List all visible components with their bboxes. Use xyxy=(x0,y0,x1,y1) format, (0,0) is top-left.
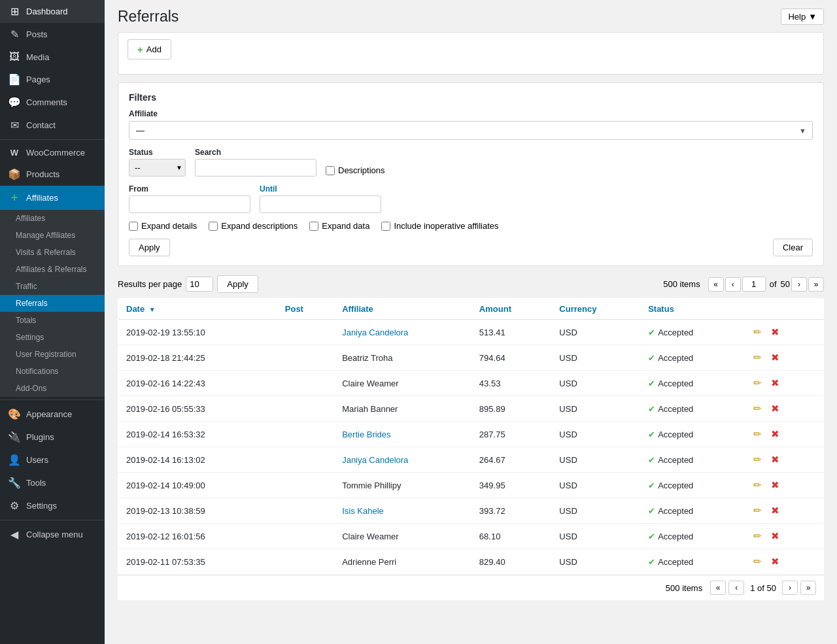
sidebar-item-affiliates-referrals[interactable]: Affiliates & Referrals xyxy=(0,261,105,278)
delete-button[interactable]: ✖ xyxy=(768,478,783,492)
sidebar-item-woocommerce[interactable]: W WooCommerce xyxy=(0,143,105,163)
check-icon: ✔ xyxy=(648,455,655,465)
first-page-button[interactable]: « xyxy=(708,277,724,292)
descriptions-group: Descriptions xyxy=(326,165,385,177)
expand-data-checkbox[interactable] xyxy=(309,222,318,231)
delete-button[interactable]: ✖ xyxy=(768,554,783,569)
sidebar-item-totals[interactable]: Totals xyxy=(0,312,105,329)
sidebar-item-traffic[interactable]: Traffic xyxy=(0,278,105,295)
col-post[interactable]: Post xyxy=(277,299,334,320)
filter-apply-button[interactable]: Apply xyxy=(129,239,170,256)
search-group: Search xyxy=(195,148,316,177)
sidebar-item-add-ons[interactable]: Add-Ons xyxy=(0,380,105,397)
include-inoperative-checkbox[interactable] xyxy=(381,222,390,231)
sidebar-item-products[interactable]: 📦 Products xyxy=(0,163,105,186)
filter-clear-button[interactable]: Clear xyxy=(773,239,813,256)
cell-date: 2019-02-11 07:53:35 xyxy=(118,549,277,575)
cell-amount: 393.72 xyxy=(471,498,551,524)
prev-page-button[interactable]: ‹ xyxy=(725,277,741,292)
status-select[interactable]: -- Accepted Pending Rejected xyxy=(129,159,186,177)
sidebar-item-user-registration[interactable]: User Registration xyxy=(0,346,105,363)
sidebar-item-comments[interactable]: 💬 Comments xyxy=(0,91,105,114)
bottom-first-page-button[interactable]: « xyxy=(710,581,726,595)
results-apply-button[interactable]: Apply xyxy=(217,275,258,293)
edit-button[interactable]: ✏ xyxy=(750,427,765,441)
edit-button[interactable]: ✏ xyxy=(750,401,765,416)
col-amount[interactable]: Amount xyxy=(471,299,551,320)
sidebar-item-collapse[interactable]: ◀ Collapse menu xyxy=(0,523,105,546)
col-status[interactable]: Status xyxy=(640,299,742,320)
expand-descriptions-checkbox[interactable] xyxy=(209,222,218,231)
cell-actions: ✏ ✖ xyxy=(742,422,823,447)
divider-3 xyxy=(0,520,105,520)
affiliate-select[interactable]: — xyxy=(129,121,813,140)
edit-button[interactable]: ✏ xyxy=(750,325,765,339)
delete-button[interactable]: ✖ xyxy=(768,529,783,543)
cell-amount: 794.64 xyxy=(471,345,551,371)
delete-button[interactable]: ✖ xyxy=(768,452,783,467)
cell-date: 2019-02-16 05:55:33 xyxy=(118,396,277,422)
cell-affiliate: Janiya Candelora xyxy=(334,320,471,345)
bottom-next-page-button[interactable]: › xyxy=(782,581,798,595)
expand-data-label: Expand data xyxy=(309,221,369,231)
help-button[interactable]: Help ▼ xyxy=(781,8,824,25)
affiliate-link[interactable]: Bertie Brides xyxy=(342,430,390,439)
sidebar-item-visits-referrals[interactable]: Visits & Referrals xyxy=(0,244,105,261)
until-input[interactable] xyxy=(260,195,381,213)
sidebar-item-appearance[interactable]: 🎨 Appearance xyxy=(0,403,105,426)
search-input[interactable] xyxy=(195,159,316,177)
sidebar-item-referrals[interactable]: Referrals xyxy=(0,295,105,312)
delete-button[interactable]: ✖ xyxy=(768,503,783,518)
affiliate-link[interactable]: Isis Kahele xyxy=(342,506,384,516)
sidebar-item-notifications[interactable]: Notifications xyxy=(0,363,105,380)
edit-button[interactable]: ✏ xyxy=(750,350,765,365)
delete-button[interactable]: ✖ xyxy=(768,325,783,339)
sidebar-item-media[interactable]: 🖼 Media xyxy=(0,46,105,68)
edit-button[interactable]: ✏ xyxy=(750,452,765,467)
sidebar-item-settings-sub[interactable]: Settings xyxy=(0,329,105,346)
bottom-prev-page-button[interactable]: ‹ xyxy=(728,581,744,595)
edit-button[interactable]: ✏ xyxy=(750,503,765,518)
sidebar-item-dashboard[interactable]: ⊞ Dashboard xyxy=(0,0,105,23)
sidebar-item-users[interactable]: 👤 Users xyxy=(0,449,105,471)
sidebar-item-plugins[interactable]: 🔌 Plugins xyxy=(0,426,105,449)
descriptions-checkbox[interactable] xyxy=(326,166,335,175)
results-per-page: Results per page Apply xyxy=(118,275,258,293)
plugins-icon: 🔌 xyxy=(8,431,21,443)
edit-button[interactable]: ✏ xyxy=(750,554,765,569)
sidebar-item-affiliates[interactable]: + Affiliates xyxy=(0,186,105,210)
sidebar-item-settings[interactable]: ⚙ Settings xyxy=(0,494,105,517)
affiliates-icon: + xyxy=(8,191,21,205)
bottom-last-page-button[interactable]: » xyxy=(800,581,816,595)
col-currency[interactable]: Currency xyxy=(551,299,640,320)
edit-button[interactable]: ✏ xyxy=(750,376,765,390)
affiliate-link[interactable]: Janiya Candelora xyxy=(342,455,408,465)
results-per-page-input[interactable] xyxy=(186,277,213,292)
delete-button[interactable]: ✖ xyxy=(768,350,783,365)
from-input[interactable] xyxy=(129,195,250,213)
add-button[interactable]: + Add xyxy=(128,39,171,59)
sidebar-item-manage-affiliates[interactable]: Manage Affiliates xyxy=(0,227,105,244)
sidebar-item-tools[interactable]: 🔧 Tools xyxy=(0,471,105,494)
edit-button[interactable]: ✏ xyxy=(750,478,765,492)
affiliate-link[interactable]: Janiya Candelora xyxy=(342,328,408,337)
cell-amount: 895.89 xyxy=(471,396,551,422)
edit-button[interactable]: ✏ xyxy=(750,529,765,543)
filter-row-dates: From Until xyxy=(129,184,813,213)
sidebar-item-contact[interactable]: ✉ Contact xyxy=(0,114,105,137)
delete-button[interactable]: ✖ xyxy=(768,427,783,441)
page-input[interactable] xyxy=(742,277,766,292)
sidebar-item-posts[interactable]: ✎ Posts xyxy=(0,23,105,46)
check-icon: ✔ xyxy=(648,532,655,541)
sidebar-item-pages[interactable]: 📄 Pages xyxy=(0,68,105,91)
sort-arrow-icon: ▼ xyxy=(149,306,156,313)
sidebar-item-affiliates-sub[interactable]: Affiliates xyxy=(0,210,105,227)
add-panel: + Add xyxy=(118,32,824,75)
expand-details-checkbox[interactable] xyxy=(129,222,138,231)
next-page-button[interactable]: › xyxy=(791,277,807,292)
delete-button[interactable]: ✖ xyxy=(768,376,783,390)
col-affiliate[interactable]: Affiliate xyxy=(334,299,471,320)
col-date[interactable]: Date ▼ xyxy=(118,299,277,320)
delete-button[interactable]: ✖ xyxy=(768,401,783,416)
last-page-button[interactable]: » xyxy=(808,277,824,292)
